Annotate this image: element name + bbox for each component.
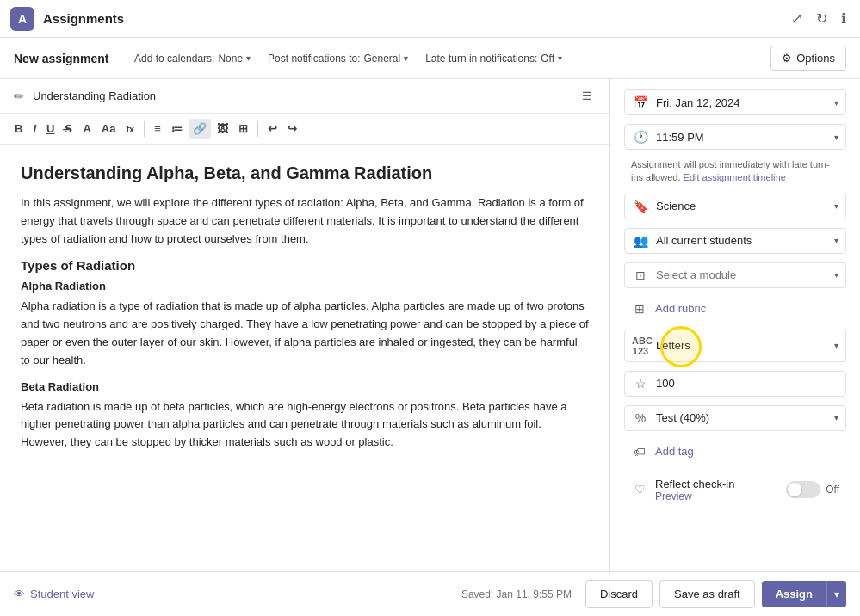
subject-icon: 🔖 bbox=[632, 200, 649, 213]
bullet-list-button[interactable]: ≡ bbox=[150, 119, 165, 139]
late-turn-label: Late turn in notifications: bbox=[425, 52, 537, 65]
toolbar-sep-2 bbox=[257, 121, 258, 137]
student-view-label: Student view bbox=[30, 588, 94, 601]
toggle-container: Off bbox=[786, 481, 839, 498]
category-value: Test (40%) bbox=[656, 411, 827, 424]
student-view-button[interactable]: 👁 Student view bbox=[14, 588, 94, 601]
discard-button[interactable]: Discard bbox=[585, 580, 653, 608]
calendar-select[interactable]: Add to calendars: None ▾ bbox=[126, 49, 259, 68]
strikethrough-button[interactable]: S̶ bbox=[60, 119, 77, 139]
toolbar-sep-1 bbox=[144, 121, 145, 137]
grading-type-setting[interactable]: ABC123 Letters ▾ bbox=[624, 330, 846, 362]
late-turn-select[interactable]: Late turn in notifications: Off ▾ bbox=[417, 49, 571, 68]
list-view-icon[interactable]: ☰ bbox=[578, 86, 596, 106]
reflect-preview-link[interactable]: Preview bbox=[655, 490, 779, 502]
students-icon: 👥 bbox=[632, 234, 649, 248]
underline-button[interactable]: U bbox=[42, 119, 59, 139]
tag-icon: 🏷 bbox=[631, 445, 648, 459]
content-beta-text: Beta radiation is made up of beta partic… bbox=[21, 398, 589, 452]
highlight-button[interactable]: A bbox=[78, 119, 95, 139]
toggle-label: Off bbox=[826, 484, 839, 496]
edit-timeline-link[interactable]: Edit assignment timeline bbox=[684, 172, 786, 182]
refresh-icon[interactable]: ↻ bbox=[813, 7, 831, 30]
assign-group: Assign ▾ bbox=[762, 581, 846, 607]
options-button[interactable]: ⚙ Options bbox=[770, 46, 846, 71]
content-intro: In this assignment, we will explore the … bbox=[21, 194, 589, 248]
late-turn-chevron: ▾ bbox=[558, 53, 562, 63]
subject-chevron: ▾ bbox=[834, 201, 838, 211]
date-setting[interactable]: 📅 Fri, Jan 12, 2024 ▾ bbox=[624, 89, 846, 115]
module-setting[interactable]: ⊡ Select a module ▾ bbox=[624, 262, 846, 288]
grading-type-value: Letters bbox=[656, 339, 827, 352]
editor-content[interactable]: Understanding Alpha, Beta, and Gamma Rad… bbox=[0, 145, 609, 571]
category-setting[interactable]: % Test (40%) ▾ bbox=[624, 405, 846, 431]
calendar-label: Add to calendars: bbox=[134, 52, 214, 65]
options-gear-icon: ⚙ bbox=[782, 52, 792, 65]
font-size-button[interactable]: Aa bbox=[97, 119, 121, 139]
assign-to-chevron: ▾ bbox=[834, 236, 838, 245]
grading-type-chevron: ▾ bbox=[834, 341, 838, 350]
content-alpha-text: Alpha radiation is a type of radiation t… bbox=[21, 298, 589, 369]
formula-button[interactable]: fx bbox=[121, 120, 139, 138]
subject-value: Science bbox=[656, 200, 827, 213]
date-value: Fri, Jan 12, 2024 bbox=[656, 96, 827, 109]
time-value: 11:59 PM bbox=[656, 131, 827, 144]
add-rubric-label: Add rubric bbox=[655, 302, 706, 315]
options-label: Options bbox=[796, 52, 835, 65]
info-icon[interactable]: ℹ bbox=[838, 7, 850, 30]
category-chevron: ▾ bbox=[834, 413, 838, 422]
undo-button[interactable]: ↩ bbox=[263, 119, 282, 139]
points-setting[interactable]: ☆ 100 bbox=[624, 371, 846, 397]
saved-status: Saved: Jan 11, 9:55 PM bbox=[461, 588, 572, 601]
notification-chevron: ▾ bbox=[404, 53, 408, 63]
editor-toolbar: B I U S̶ A Aa fx ≡ ≔ 🔗 🖼 ⊞ ↩ ↪ bbox=[0, 114, 609, 145]
calendar-value: None bbox=[218, 52, 243, 65]
image-button[interactable]: 🖼 bbox=[213, 119, 232, 139]
bold-button[interactable]: B bbox=[10, 119, 27, 139]
points-value: 100 bbox=[656, 377, 838, 390]
editor-title-bar: ✏ ☰ bbox=[0, 79, 609, 114]
pencil-icon: ✏ bbox=[14, 89, 24, 103]
editor-panel: ✏ ☰ B I U S̶ A Aa fx ≡ ≔ 🔗 🖼 ⊞ ↩ ↪ Under… bbox=[0, 79, 610, 571]
link-button[interactable]: 🔗 bbox=[189, 119, 211, 139]
calendar-icon: 📅 bbox=[632, 95, 649, 109]
assign-button[interactable]: Assign bbox=[762, 581, 826, 607]
assign-to-value: All current students bbox=[656, 234, 827, 247]
app-title: Assignments bbox=[43, 11, 779, 26]
expand-icon[interactable]: ⤢ bbox=[788, 7, 806, 30]
assign-to-setting[interactable]: 👥 All current students ▾ bbox=[624, 228, 846, 254]
footer-bar: 👁 Student view Saved: Jan 11, 9:55 PM Di… bbox=[0, 571, 860, 616]
reflect-icon: ♡ bbox=[631, 483, 648, 496]
add-rubric-row[interactable]: ⊞ Add rubric bbox=[624, 297, 846, 321]
content-types-heading: Types of Radiation bbox=[21, 258, 589, 273]
time-setting[interactable]: 🕐 11:59 PM ▾ bbox=[624, 124, 846, 150]
header-actions: ⤢ ↻ ℹ bbox=[788, 7, 850, 30]
reflect-toggle[interactable] bbox=[786, 481, 820, 498]
time-chevron: ▾ bbox=[834, 132, 838, 142]
rubric-icon: ⊞ bbox=[631, 302, 648, 316]
assign-dropdown-button[interactable]: ▾ bbox=[826, 581, 846, 607]
notification-value: General bbox=[363, 52, 400, 65]
module-icon: ⊡ bbox=[632, 268, 649, 282]
assignment-title-input[interactable] bbox=[33, 89, 570, 102]
reflect-title: Reflect check-in bbox=[655, 477, 779, 490]
toggle-knob bbox=[788, 483, 801, 496]
numbered-list-button[interactable]: ≔ bbox=[167, 119, 187, 139]
italic-button[interactable]: I bbox=[28, 119, 40, 139]
subject-setting[interactable]: 🔖 Science ▾ bbox=[624, 194, 846, 219]
save-draft-button[interactable]: Save as draft bbox=[659, 580, 755, 608]
eye-icon: 👁 bbox=[14, 588, 25, 601]
notification-select[interactable]: Post notifications to: General ▾ bbox=[259, 49, 417, 68]
content-main-heading: Understanding Alpha, Beta, and Gamma Rad… bbox=[21, 162, 589, 184]
redo-button[interactable]: ↪ bbox=[283, 119, 301, 139]
add-tag-row[interactable]: 🏷 Add tag bbox=[624, 440, 846, 464]
content-beta-heading: Beta Radiation bbox=[21, 380, 589, 393]
app-header: A Assignments ⤢ ↻ ℹ bbox=[0, 0, 860, 38]
table-button[interactable]: ⊞ bbox=[234, 119, 252, 139]
category-icon: % bbox=[632, 411, 649, 425]
new-assignment-label: New assignment bbox=[14, 52, 126, 65]
reflect-row: ♡ Reflect check-in Preview Off bbox=[624, 472, 846, 508]
calendar-chevron: ▾ bbox=[246, 53, 251, 63]
module-chevron: ▾ bbox=[834, 270, 838, 280]
grading-type-wrapper: ABC123 Letters ▾ bbox=[624, 330, 846, 362]
